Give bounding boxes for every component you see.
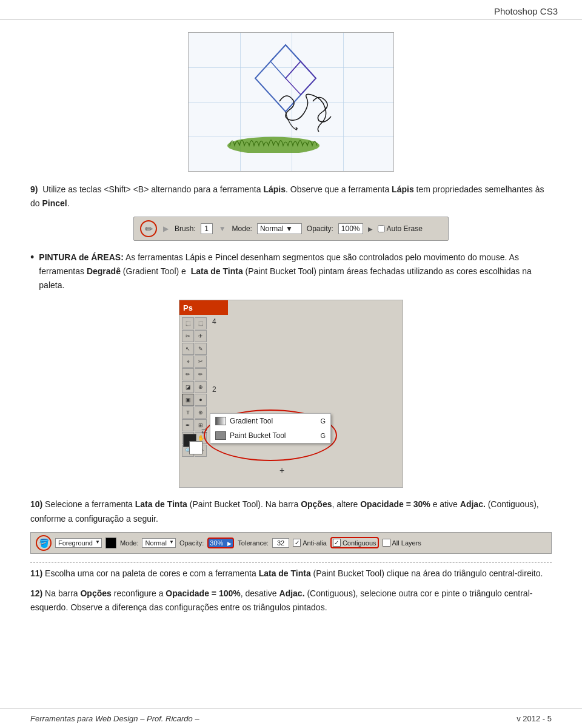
section9-num: 9) Utilize as teclas <Shift> <B> alterna… <box>30 184 544 208</box>
header-title: Photoshop CS3 <box>494 6 558 16</box>
all-layers-group: All Layers <box>383 539 421 547</box>
tool-btn[interactable]: ⊕ <box>195 406 207 419</box>
mode-label: Mode: <box>232 224 252 233</box>
gradient-icon <box>215 417 226 425</box>
opacity-label-pb: Opacity: <box>179 539 204 547</box>
top-image-container <box>30 32 552 172</box>
auto-erase-checkbox[interactable] <box>378 225 385 232</box>
auto-erase-group: Auto Erase <box>378 224 423 233</box>
tool-btn-active[interactable]: ▣ <box>182 394 194 406</box>
contiguous-group: ✓ Contiguous <box>330 537 379 548</box>
foreground-label: Foreground <box>58 539 93 547</box>
ps-header-bar: Ps <box>179 300 228 315</box>
anti-alias-label: Anti-alia <box>303 539 327 547</box>
tool-btn[interactable]: ⊕ <box>195 381 207 393</box>
tool-row: T ⊕ <box>182 406 209 419</box>
pintura-text: PINTURA de ÁREAS: As ferramentas Lápis e… <box>39 251 552 292</box>
all-layers-label: All Layers <box>392 539 421 547</box>
bullet-point: • <box>30 252 34 292</box>
paint-bucket-tool-icon: 🪣 <box>36 535 52 551</box>
tool-btn[interactable]: ✏ <box>195 368 207 380</box>
section10-text: 10) Selecione a ferramenta Lata de Tinta… <box>30 497 552 525</box>
section11-text: 11) Escolha uma cor na paleta de cores e… <box>30 567 552 581</box>
mode-dropdown[interactable]: Normal ▼ <box>257 223 302 234</box>
page-footer: Ferramentas para Web Design – Prof. Rica… <box>0 709 582 728</box>
canvas-illustration <box>188 32 394 172</box>
foreground-dropdown[interactable]: Foreground <box>55 538 102 548</box>
pb-options-bar-container: 🪣 Foreground Mode: Normal Opacity: 30% T… <box>30 532 552 554</box>
tool-row: ✏ ✏ <box>182 368 209 380</box>
contiguous-label: Contiguous <box>343 539 376 547</box>
pencil-options-bar-container: ✏ ▶ Brush: 1 ▼ Mode: Normal ▼ Opacity: 1… <box>30 217 552 241</box>
ps-logo: Ps <box>183 303 193 312</box>
tool-btn[interactable]: ✂ <box>182 330 194 342</box>
all-layers-checkbox[interactable] <box>383 539 390 547</box>
brush-value: 1 <box>201 223 213 234</box>
tool-btn[interactable]: ● <box>195 394 207 406</box>
anti-alias-group: ✓ Anti-alia <box>293 539 327 547</box>
tool-btn[interactable]: ◪ <box>182 381 194 393</box>
pencil-options-bar: ✏ ▶ Brush: 1 ▼ Mode: Normal ▼ Opacity: 1… <box>133 217 449 241</box>
scribble-drawing <box>276 89 349 138</box>
page-content: 9) Utilize as teclas <Shift> <B> alterna… <box>0 26 582 657</box>
anti-alias-checkbox[interactable]: ✓ <box>293 539 301 547</box>
opacity-value: 100% <box>338 223 363 234</box>
background-swatch[interactable] <box>189 441 202 454</box>
tool-btn[interactable]: ✒ <box>182 419 194 431</box>
color-preview-swatch <box>105 538 116 548</box>
pencil-tool-icon: ✏ <box>140 220 157 237</box>
section9-text: 9) Utilize as teclas <Shift> <B> alterna… <box>30 183 552 211</box>
tool-btn[interactable]: ✈ <box>195 330 207 342</box>
pintura-section: • PINTURA de ÁREAS: As ferramentas Lápis… <box>30 251 552 292</box>
footer-right: v 2012 - 5 <box>517 714 552 723</box>
brush-label: Brush: <box>175 224 196 233</box>
tool-row: ▣ ● <box>182 394 209 406</box>
svg-marker-1 <box>270 45 301 78</box>
ps-number-4: 4 <box>212 317 216 326</box>
tool-btn[interactable]: ↖ <box>182 343 194 355</box>
gradient-tool-item[interactable]: Gradient Tool G <box>210 414 330 428</box>
auto-erase-label: Auto Erase <box>387 224 423 233</box>
tool-row: ↖ ✎ <box>182 343 209 355</box>
gradient-tool-key: G <box>320 417 326 425</box>
tool-btn[interactable]: ⬚ <box>182 317 194 329</box>
tool-btn[interactable]: ⬚ <box>195 317 207 329</box>
tool-btn[interactable]: ✎ <box>195 343 207 355</box>
paint-bucket-key: G <box>320 432 326 439</box>
tool-row: ◪ ⊕ <box>182 381 209 393</box>
paint-bucket-icon <box>215 431 226 440</box>
dashed-separator <box>30 562 552 563</box>
ps-toolbox-screenshot: Ps 4 2 ⬚ ⬚ ✂ ✈ ↖ ✎ <box>179 300 403 488</box>
footer-left: Ferramentas para Web Design – Prof. Rica… <box>30 714 199 723</box>
tool-btn[interactable]: ✂ <box>195 356 207 368</box>
paint-bucket-tool-item[interactable]: Paint Bucket Tool G <box>210 428 330 443</box>
tool-row: ✂ ✈ <box>182 330 209 342</box>
pb-options-bar: 🪣 Foreground Mode: Normal Opacity: 30% T… <box>30 532 552 554</box>
page-header: Photoshop CS3 <box>0 0 582 20</box>
tool-btn[interactable]: ✏ <box>182 368 194 380</box>
ps-dropdown-menu: Gradient Tool G Paint Bucket Tool G <box>210 413 331 443</box>
opacity-value-pb[interactable]: 30% <box>207 538 234 548</box>
mode-dropdown-pb[interactable]: Normal <box>142 538 175 548</box>
opacity-label: Opacity: <box>307 224 333 233</box>
gradient-tool-label: Gradient Tool <box>230 417 273 425</box>
tool-btn[interactable]: ⌖ <box>182 356 194 368</box>
tolerance-value-pb[interactable]: 32 <box>272 538 289 548</box>
mode-label-pb: Mode: <box>120 539 139 547</box>
plus-cursor: + <box>279 465 284 475</box>
paint-bucket-label: Paint Bucket Tool <box>230 431 286 440</box>
ps-toolbox-container: Ps 4 2 ⬚ ⬚ ✂ ✈ ↖ ✎ <box>30 300 552 488</box>
switch-colors-icon[interactable]: ⇄ <box>201 426 207 435</box>
tool-row: ⌖ ✂ <box>182 356 209 368</box>
section12-text: 12) Na barra Opções reconfigure a Opacid… <box>30 587 552 615</box>
contiguous-checkbox[interactable]: ✓ <box>333 539 341 547</box>
tolerance-label-pb: Tolerance: <box>238 539 269 547</box>
ps-number-2: 2 <box>212 385 216 394</box>
tool-btn[interactable]: T <box>182 406 194 419</box>
tool-row: ⬚ ⬚ <box>182 317 209 329</box>
color-swatches: ⇄ <box>183 434 207 454</box>
